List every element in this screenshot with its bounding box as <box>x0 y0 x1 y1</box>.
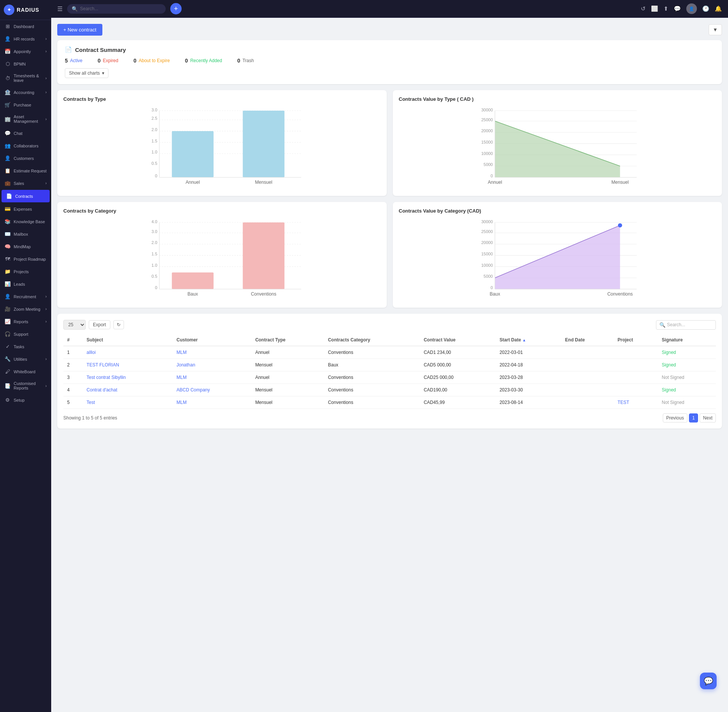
sidebar-item-customised-reports[interactable]: 📑 Customised Reports › <box>0 378 51 394</box>
col-subject[interactable]: Subject <box>83 334 173 346</box>
sidebar-label-dashboard: Dashboard <box>14 24 47 29</box>
customer-link[interactable]: ABCD Company <box>176 387 210 393</box>
sidebar-item-dashboard[interactable]: ⊞ Dashboard <box>0 20 51 33</box>
subject-link[interactable]: Contrat d'achat <box>86 387 117 393</box>
col-start[interactable]: Start Date ▲ <box>496 334 561 346</box>
add-button[interactable]: + <box>170 3 182 14</box>
svg-marker-67 <box>495 225 620 289</box>
share-icon[interactable]: ⬆ <box>664 5 668 12</box>
prev-page-button[interactable]: Previous <box>663 413 687 423</box>
bell-icon[interactable]: 🔔 <box>715 5 722 12</box>
clock-icon[interactable]: 🕐 <box>702 5 709 12</box>
sidebar-item-whiteboard[interactable]: 🖊 WhiteBoard <box>0 365 51 378</box>
summary-stats: 5 Active 0 Expired 0 About to Expire 0 R… <box>65 58 714 64</box>
cell-subject: TEST FLORIAN <box>83 359 173 371</box>
screen-icon[interactable]: ⬜ <box>651 5 658 12</box>
col-end[interactable]: End Date <box>561 334 613 346</box>
avatar[interactable]: 👤 <box>686 3 697 14</box>
col-value[interactable]: Contract Value <box>420 334 496 346</box>
sidebar-label-collaborators: Collaborators <box>14 144 47 148</box>
subject-link[interactable]: Test contrat Sibyllin <box>86 375 126 380</box>
hamburger-icon[interactable]: ☰ <box>57 5 63 13</box>
col-category[interactable]: Contracts Category <box>324 334 420 346</box>
customer-link[interactable]: MLM <box>176 375 187 380</box>
customer-link[interactable]: Jonathan <box>176 362 195 368</box>
signature-status: Signed <box>662 387 676 393</box>
sidebar-item-recruitment[interactable]: 👤 Recruitment › <box>0 290 51 303</box>
sidebar-icon-hr-records: 👤 <box>5 36 11 42</box>
chart-value-by-category-svg: 0 5000 10000 15000 20000 25000 30000 <box>399 218 716 302</box>
table-row: 2 TEST FLORIAN Jonathan Mensuel Baux CAD… <box>63 359 716 371</box>
sidebar-item-zoom-meeting[interactable]: 🎥 Zoom Meeting › <box>0 303 51 315</box>
sidebar-item-accounting[interactable]: 🏦 Accounting › <box>0 86 51 99</box>
sidebar-icon-sales: 💼 <box>5 180 11 186</box>
sidebar-item-mindmap[interactable]: 🧠 MindMap <box>0 240 51 253</box>
filter-button[interactable]: ▼ <box>709 24 722 35</box>
sidebar-item-leads[interactable]: 📊 Leads <box>0 278 51 290</box>
chat-icon[interactable]: 💬 <box>674 5 681 12</box>
project-link[interactable]: TEST <box>618 400 629 405</box>
customer-link[interactable]: MLM <box>176 350 187 355</box>
chevron-icon: › <box>46 90 47 94</box>
sidebar-item-timesheets[interactable]: ⏱ Timesheets & leave › <box>0 70 51 86</box>
sidebar-item-tasks[interactable]: ✓ Tasks <box>0 340 51 353</box>
svg-text:25000: 25000 <box>481 229 493 234</box>
subject-link[interactable]: allloi <box>86 350 96 355</box>
chart-value-by-type: Contracts Value by Type ( CAD ) 0 5000 1… <box>393 90 722 196</box>
chevron-down-icon: ▾ <box>102 70 104 76</box>
sidebar-item-hr-records[interactable]: 👤 HR records › <box>0 33 51 45</box>
search-input[interactable] <box>80 6 161 11</box>
sidebar-item-contracts[interactable]: 📄 Contracts <box>2 190 50 202</box>
sidebar-label-zoom-meeting: Zoom Meeting <box>14 307 42 311</box>
cell-value: CAD5 000,00 <box>420 359 496 371</box>
sidebar-item-collaborators[interactable]: 👥 Collaborators <box>0 139 51 152</box>
show-charts-button[interactable]: Show all charts ▾ <box>65 68 108 78</box>
cell-value: CAD25 000,00 <box>420 371 496 384</box>
col-num[interactable]: # <box>63 334 83 346</box>
svg-text:Mensuel: Mensuel <box>611 180 629 185</box>
sidebar-item-bpmn[interactable]: ⬡ BPMN <box>0 58 51 70</box>
subject-link[interactable]: Test <box>86 400 95 405</box>
svg-text:5000: 5000 <box>483 162 493 167</box>
col-type[interactable]: Contract Type <box>251 334 324 346</box>
sidebar-item-purchase[interactable]: 🛒 Purchase <box>0 99 51 111</box>
per-page-select[interactable]: 25 50 100 <box>63 320 86 330</box>
history-icon[interactable]: ↺ <box>641 5 646 12</box>
sidebar-label-tasks: Tasks <box>14 344 47 349</box>
col-customer[interactable]: Customer <box>173 334 251 346</box>
col-project[interactable]: Project <box>614 334 658 346</box>
sidebar-item-reports[interactable]: 📈 Reports › <box>0 315 51 328</box>
new-contract-button[interactable]: + New contract <box>57 24 102 36</box>
cell-type: Mensuel <box>251 384 324 396</box>
cell-end <box>561 396 613 409</box>
cell-start: 2023-03-28 <box>496 371 561 384</box>
subject-link[interactable]: TEST FLORIAN <box>86 362 119 368</box>
customer-link[interactable]: MLM <box>176 400 187 405</box>
sidebar-item-customers[interactable]: 👤 Customers <box>0 152 51 164</box>
cell-subject: Test contrat Sibyllin <box>83 371 173 384</box>
sidebar-item-setup[interactable]: ⚙ Setup <box>0 394 51 406</box>
col-signature[interactable]: Signature <box>658 334 716 346</box>
sidebar-item-mailbox[interactable]: ✉️ Mailbox <box>0 228 51 240</box>
sidebar-item-projects[interactable]: 📁 Projects <box>0 265 51 278</box>
sidebar-item-asset-mgmt[interactable]: 🏢 Asset Management › <box>0 111 51 127</box>
svg-text:15000: 15000 <box>481 252 493 256</box>
svg-text:Annuel: Annuel <box>185 180 200 185</box>
sidebar-item-expenses[interactable]: 💳 Expenses <box>0 203 51 215</box>
sidebar-label-reports: Reports <box>14 319 42 324</box>
sidebar-item-project-roadmap[interactable]: 🗺 Project Roadmap <box>0 253 51 265</box>
sidebar-item-appointly[interactable]: 📅 Appointly › <box>0 45 51 58</box>
table-search-input[interactable] <box>667 322 712 327</box>
sidebar-item-support[interactable]: 🎧 Support <box>0 328 51 340</box>
page-1-button[interactable]: 1 <box>689 413 698 423</box>
next-page-button[interactable]: Next <box>700 413 716 423</box>
sidebar-item-sales[interactable]: 💼 Sales › <box>0 177 51 189</box>
export-button[interactable]: Export <box>89 320 110 329</box>
sidebar-item-knowledge-base[interactable]: 📚 Knowledge Base <box>0 215 51 228</box>
sidebar-item-utilities[interactable]: 🔧 Utilities › <box>0 353 51 365</box>
sidebar-item-estimate-request[interactable]: 📋 Estimate Request <box>0 164 51 177</box>
chat-fab-button[interactable]: 💬 <box>700 673 717 689</box>
sidebar-item-chat[interactable]: 💬 Chat <box>0 127 51 139</box>
refresh-button[interactable]: ↻ <box>113 320 124 329</box>
svg-text:Conventions: Conventions <box>251 291 276 297</box>
